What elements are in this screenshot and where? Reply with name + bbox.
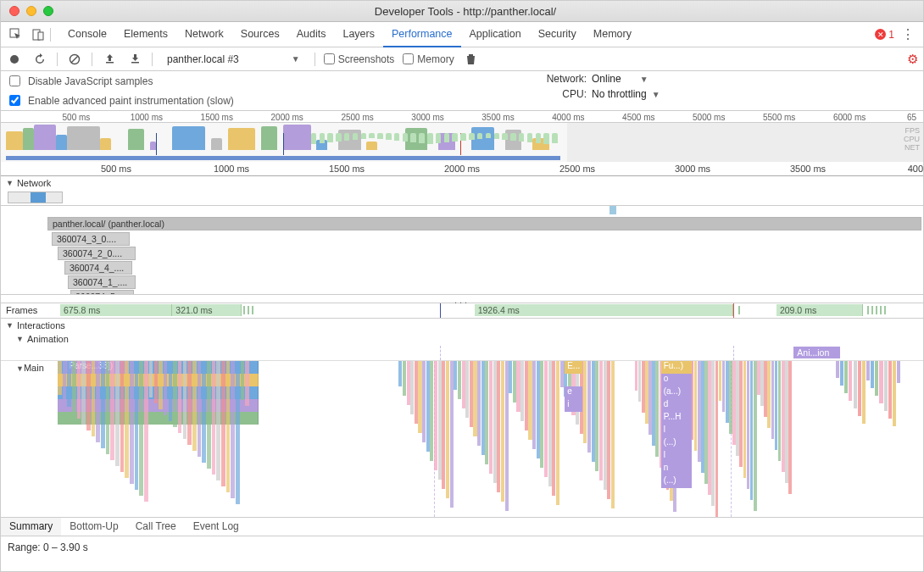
flame-block[interactable]: o — [661, 374, 692, 386]
flame-block[interactable]: E... — [565, 361, 582, 374]
screenshots-checkbox[interactable]: Screenshots — [324, 53, 395, 65]
main-tabbar: Console Elements Network Sources Audits … — [1, 22, 923, 47]
flame-block[interactable]: l — [661, 450, 692, 463]
frame-block[interactable]: 321.0 ms — [172, 304, 241, 316]
disclosure-triangle-icon[interactable]: ▼ — [16, 364, 24, 373]
waterfall-request[interactable]: 360074_5 — [70, 290, 134, 295]
close-window-icon[interactable] — [9, 6, 19, 16]
disable-js-samples-checkbox[interactable]: Disable JavaScript samples — [6, 73, 527, 89]
frames-track[interactable]: 675.8 ms321.0 ms1926.4 ms209.0 ms — [60, 303, 923, 318]
waterfall-request[interactable]: 360074_1_.... — [68, 275, 136, 289]
tab-sources[interactable]: Sources — [232, 22, 288, 47]
waterfall-request[interactable]: 360074_3_0.... — [52, 232, 130, 246]
advanced-paint-checkbox[interactable]: Enable advanced paint instrumentation (s… — [6, 92, 527, 108]
flame-block[interactable]: d — [661, 399, 692, 412]
animation-block[interactable]: Ani...ion — [793, 347, 840, 358]
reload-icon[interactable] — [31, 51, 48, 68]
flame-block[interactable]: Fu...) — [661, 361, 692, 374]
flame-block[interactable]: (...) — [661, 475, 692, 488]
tab-audits[interactable]: Audits — [288, 22, 335, 47]
tab-summary[interactable]: Summary — [1, 518, 61, 536]
inspect-element-icon[interactable] — [6, 25, 26, 44]
flame-block[interactable]: i — [565, 399, 582, 412]
disclosure-triangle-icon[interactable]: ▼ — [16, 335, 24, 343]
minimize-window-icon[interactable] — [26, 6, 36, 16]
perf-toolbar: panther.local #3▼ Screenshots Memory ⚙ — [1, 47, 923, 71]
frame-block[interactable]: 1926.4 ms — [475, 304, 733, 316]
tab-bottom-up[interactable]: Bottom-Up — [61, 518, 126, 536]
upload-icon[interactable] — [101, 51, 118, 68]
overview-net-bar — [6, 156, 560, 160]
clear-icon[interactable] — [66, 51, 83, 68]
main-section: ▼Main Parse...38])Ev...)E...eiFu...)o(a.… — [1, 361, 923, 518]
settings-gear-icon[interactable]: ⚙ — [907, 52, 918, 67]
record-icon[interactable] — [6, 51, 23, 68]
device-toggle-icon[interactable] — [28, 25, 48, 44]
tab-security[interactable]: Security — [530, 22, 585, 47]
memory-checkbox[interactable]: Memory — [403, 53, 454, 65]
disclosure-triangle-icon[interactable]: ▼ — [6, 179, 14, 187]
svg-line-5 — [71, 56, 78, 63]
interactions-section: ▼Interactions ▼Animation Ani...ion — [1, 319, 923, 361]
frame-block[interactable]: 675.8 ms — [60, 304, 172, 316]
tab-event-log[interactable]: Event Log — [185, 518, 248, 536]
detail-tabs: Summary Bottom-Up Call Tree Event Log — [1, 518, 923, 536]
download-icon[interactable] — [126, 51, 143, 68]
tab-elements[interactable]: Elements — [115, 22, 176, 47]
animation-label: Animation — [27, 334, 69, 344]
overview-labels: FPS CPU NET — [904, 126, 920, 152]
frames-section: Frames 675.8 ms321.0 ms1926.4 ms209.0 ms — [1, 303, 923, 319]
tab-call-tree[interactable]: Call Tree — [127, 518, 185, 536]
main-label: Main — [24, 363, 44, 373]
panel-tabs: Console Elements Network Sources Audits … — [59, 22, 640, 47]
frames-label: Frames — [1, 303, 60, 318]
disclosure-triangle-icon[interactable]: ▼ — [6, 321, 14, 330]
overview-dimmed-region — [567, 123, 923, 162]
flame-block[interactable]: P...H — [661, 412, 692, 425]
network-minimap[interactable] — [8, 192, 63, 203]
svg-rect-6 — [106, 62, 114, 64]
error-count-badge[interactable]: ✕1 — [875, 29, 894, 41]
svg-rect-7 — [131, 62, 139, 64]
flame-block[interactable]: (...) — [661, 437, 692, 450]
svg-point-3 — [10, 55, 19, 64]
recording-select[interactable]: panther.local #3▼ — [161, 51, 306, 68]
tab-layers[interactable]: Layers — [334, 22, 383, 47]
flame-block[interactable]: (a...) — [661, 386, 692, 399]
frame-block[interactable]: 209.0 ms — [776, 304, 863, 316]
flame-block[interactable]: l — [661, 425, 692, 437]
flame-block[interactable]: e — [565, 386, 582, 399]
network-throttle-select[interactable]: Network:Online▼ — [527, 73, 660, 85]
range-text: Range: 0 – 3.90 s — [1, 536, 923, 558]
animation-track[interactable]: Ani...ion — [60, 346, 923, 360]
tab-memory[interactable]: Memory — [585, 22, 640, 47]
waterfall-request[interactable]: 360074_2_0.... — [58, 247, 136, 260]
overview-strip[interactable]: 500 ms1000 ms1500 ms2000 ms2500 ms3000 m… — [1, 111, 923, 162]
cpu-throttle-select[interactable]: CPU:No throttling▼ — [527, 88, 660, 100]
perf-settings: Disable JavaScript samples Enable advanc… — [1, 71, 923, 111]
overview-ruler: 500 ms1000 ms1500 ms2000 ms2500 ms3000 m… — [1, 111, 923, 123]
titlebar: Developer Tools - http://panther.local/ — [1, 1, 923, 22]
tab-application[interactable]: Application — [461, 22, 530, 47]
window-title: Developer Tools - http://panther.local/ — [62, 5, 869, 18]
tab-performance[interactable]: Performance — [383, 22, 461, 47]
more-options-icon[interactable]: ⋮ — [901, 26, 915, 42]
maximize-window-icon[interactable] — [43, 6, 53, 16]
flame-block[interactable]: n — [661, 463, 692, 475]
network-waterfall[interactable]: panther.local/ (panther.local) 360074_3_… — [1, 206, 923, 295]
network-section-label: Network — [17, 178, 51, 188]
interactions-label: Interactions — [17, 320, 65, 330]
network-section: ▼Network — [1, 176, 923, 206]
tab-network[interactable]: Network — [176, 22, 232, 47]
waterfall-request[interactable]: 360074_4_.... — [64, 261, 132, 275]
waterfall-request-main[interactable]: panther.local/ (panther.local) — [47, 217, 921, 230]
timeline-ruler[interactable]: 500 ms1000 ms1500 ms2000 ms2500 ms3000 m… — [1, 162, 923, 176]
tab-console[interactable]: Console — [59, 22, 115, 47]
flame-chart[interactable]: Parse...38])Ev...)E...eiFu...)o(a...)dP.… — [49, 361, 923, 517]
svg-rect-2 — [38, 32, 43, 40]
overflow-indicator: ... — [1, 295, 923, 303]
trash-icon[interactable] — [463, 51, 480, 68]
